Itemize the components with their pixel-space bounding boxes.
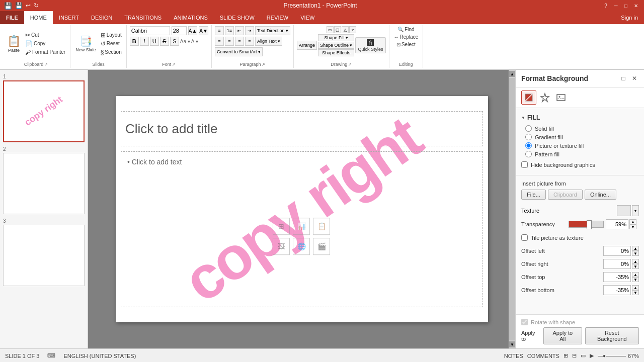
fill-icon-btn[interactable] bbox=[521, 90, 536, 105]
reset-button[interactable]: ↺ Reset bbox=[99, 40, 123, 48]
offset-left-up[interactable]: ▲ bbox=[632, 246, 639, 251]
select-button[interactable]: ⊡Select bbox=[395, 41, 417, 48]
scroll-up-btn[interactable]: ▲ bbox=[509, 71, 515, 77]
slide-thumb-2[interactable] bbox=[3, 153, 85, 214]
offset-right-down[interactable]: ▼ bbox=[632, 264, 639, 269]
scroll-down-btn[interactable]: ▼ bbox=[509, 341, 515, 347]
copy-button[interactable]: 📄 Copy bbox=[24, 40, 67, 48]
picture-icon-btn[interactable] bbox=[553, 90, 569, 105]
offset-bottom-up[interactable]: ▲ bbox=[632, 285, 639, 290]
shape-more[interactable]: ▿ bbox=[349, 26, 356, 33]
clipboard-button[interactable]: Clipboard bbox=[548, 190, 583, 200]
slideshow-btn[interactable]: ▶ bbox=[590, 352, 594, 359]
signin-btn[interactable]: Sign in bbox=[615, 11, 644, 24]
offset-left-input[interactable] bbox=[603, 246, 631, 256]
numbering-button[interactable]: 1≡ bbox=[225, 26, 234, 35]
shape-roundrect[interactable]: ▢ bbox=[334, 26, 341, 33]
offset-top-input[interactable] bbox=[603, 272, 631, 282]
text-shadow-button[interactable]: S bbox=[170, 37, 179, 46]
font-size-increase[interactable]: A▲ bbox=[188, 26, 198, 35]
strikethrough-button[interactable]: S bbox=[160, 37, 169, 46]
zoom-control[interactable]: —●———— 67% bbox=[598, 353, 639, 359]
cut-button[interactable]: ✂ Cut bbox=[24, 31, 67, 39]
comments-btn[interactable]: COMMENTS bbox=[527, 353, 559, 359]
font-name-input[interactable] bbox=[130, 26, 170, 35]
solid-fill-option[interactable]: Solid fill bbox=[525, 125, 635, 132]
online-picture-icon[interactable]: 🌐 bbox=[293, 238, 310, 255]
offset-top-down[interactable]: ▼ bbox=[632, 277, 639, 282]
offset-top-up[interactable]: ▲ bbox=[632, 272, 639, 277]
font-size-decrease[interactable]: A▼ bbox=[199, 26, 208, 35]
table-icon[interactable]: ⊞ bbox=[273, 218, 290, 235]
hide-bg-checkbox[interactable] bbox=[521, 161, 528, 168]
file-button[interactable]: File... bbox=[521, 190, 546, 200]
increase-indent-button[interactable]: ⇥ bbox=[245, 26, 254, 35]
solid-fill-radio[interactable] bbox=[525, 125, 532, 132]
tab-home[interactable]: HOME bbox=[24, 11, 53, 24]
arrange-button[interactable]: Arrange bbox=[297, 41, 317, 50]
view-grid-btn[interactable]: ⊟ bbox=[572, 352, 577, 359]
offset-bottom-input[interactable] bbox=[603, 285, 631, 295]
reset-background-button[interactable]: Reset Background bbox=[585, 327, 639, 344]
transparency-input[interactable] bbox=[606, 219, 628, 229]
bold-button[interactable]: B bbox=[130, 37, 139, 46]
tab-animations[interactable]: ANIMATIONS bbox=[168, 11, 214, 24]
panel-collapse-btn[interactable]: □ bbox=[619, 74, 628, 83]
shape-outline-button[interactable]: Shape Outline ▾ bbox=[318, 42, 355, 49]
tab-slideshow[interactable]: SLIDE SHOW bbox=[214, 11, 261, 24]
titlebar-redo[interactable]: ↻ bbox=[34, 2, 39, 9]
replace-button[interactable]: ↔Replace bbox=[392, 34, 420, 40]
texture-preview[interactable] bbox=[617, 205, 631, 216]
decrease-indent-button[interactable]: ⇤ bbox=[235, 26, 244, 35]
bullets-button[interactable]: ≡ bbox=[215, 26, 224, 35]
view-normal-btn[interactable]: ⊞ bbox=[564, 352, 568, 359]
italic-button[interactable]: I bbox=[140, 37, 149, 46]
tab-transitions[interactable]: TRANSITIONS bbox=[118, 11, 168, 24]
quick-styles-button[interactable]: 🅰 Quick Styles bbox=[355, 37, 385, 53]
view-reading-btn[interactable]: ▭ bbox=[581, 352, 586, 359]
slide-area-scrollbar[interactable]: ▲ ▼ bbox=[509, 70, 516, 348]
format-painter-button[interactable]: 🖌 Format Painter bbox=[24, 48, 67, 56]
offset-bottom-down[interactable]: ▼ bbox=[632, 290, 639, 295]
slide-thumb-1[interactable]: copy right bbox=[3, 80, 85, 142]
rotate-option[interactable]: Rotate with shape bbox=[521, 319, 639, 325]
new-slide-button[interactable]: 📑 New Slide bbox=[73, 34, 98, 53]
close-btn[interactable]: ✕ bbox=[632, 2, 640, 9]
convert-smartart-button[interactable]: Convert to SmartArt ▾ bbox=[215, 47, 263, 56]
panel-close-btn[interactable]: ✕ bbox=[630, 74, 639, 83]
shape-fill-button[interactable]: Shape Fill ▾ bbox=[318, 34, 355, 41]
picture-fill-radio[interactable] bbox=[525, 142, 532, 149]
offset-left-down[interactable]: ▼ bbox=[632, 251, 639, 256]
tab-design[interactable]: DESIGN bbox=[85, 11, 118, 24]
offset-right-input[interactable] bbox=[603, 259, 631, 269]
online-button[interactable]: Online... bbox=[585, 190, 616, 200]
justify-button[interactable]: ≡ bbox=[245, 37, 254, 46]
offset-right-up[interactable]: ▲ bbox=[632, 259, 639, 264]
transparency-down[interactable]: ▼ bbox=[629, 224, 636, 229]
tile-checkbox[interactable] bbox=[521, 234, 528, 241]
apply-all-button[interactable]: Apply to All bbox=[543, 327, 582, 344]
scroll-thumb[interactable] bbox=[509, 78, 515, 340]
slide-title-box[interactable]: Click to add title bbox=[121, 111, 483, 146]
titlebar-undo[interactable]: ↩ bbox=[26, 2, 31, 9]
find-button[interactable]: 🔍Find bbox=[396, 26, 416, 33]
paste-button[interactable]: 📋 Paste bbox=[5, 34, 23, 54]
align-left-button[interactable]: ≡ bbox=[215, 37, 224, 46]
picture-icon[interactable]: 🖼 bbox=[273, 238, 290, 255]
effects-icon-btn[interactable] bbox=[537, 90, 552, 105]
slide-canvas[interactable]: copy right Click to add title • Click to… bbox=[116, 96, 488, 322]
transparency-slider[interactable] bbox=[569, 221, 604, 228]
help-btn[interactable]: ? bbox=[602, 2, 610, 9]
gradient-fill-radio[interactable] bbox=[525, 134, 532, 140]
tab-insert[interactable]: INSERT bbox=[53, 11, 85, 24]
media-icon[interactable]: 🎬 bbox=[313, 238, 330, 255]
minimize-btn[interactable]: ─ bbox=[612, 2, 620, 9]
shape-effects-button[interactable]: Shape Effects bbox=[318, 49, 355, 56]
pattern-fill-option[interactable]: Pattern fill bbox=[525, 151, 635, 157]
transparency-up[interactable]: ▲ bbox=[629, 219, 636, 224]
chart-icon[interactable]: 📊 bbox=[293, 218, 310, 235]
titlebar-save[interactable]: 💾 bbox=[15, 2, 23, 9]
tab-review[interactable]: REVIEW bbox=[261, 11, 294, 24]
shape-tri[interactable]: △ bbox=[342, 26, 349, 33]
align-text-button[interactable]: Align Text ▾ bbox=[255, 37, 282, 46]
